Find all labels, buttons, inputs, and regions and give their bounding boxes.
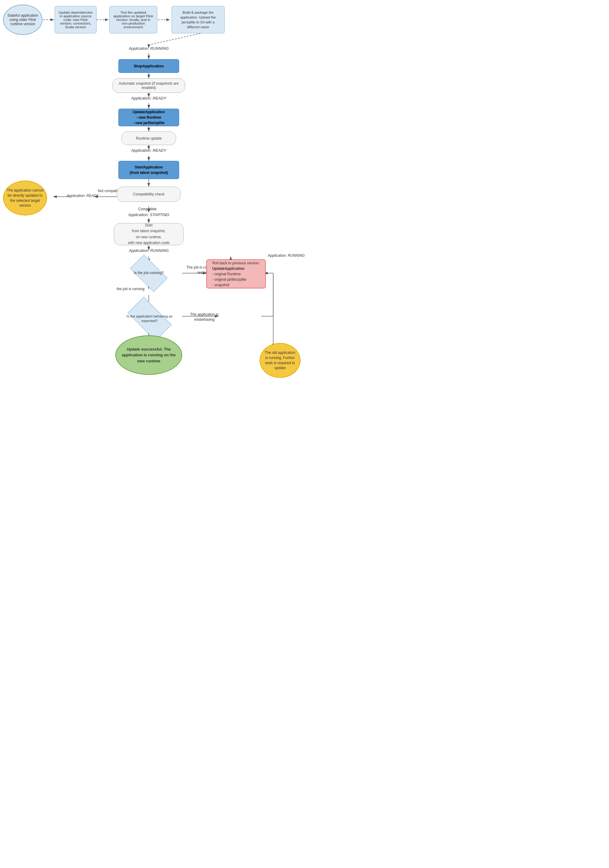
diamond-behaving: Is the application behaving as expected?	[123, 305, 176, 332]
status-ready-2: Application: READY	[115, 148, 182, 153]
box-update-deps: Update dependencies in application sourc…	[54, 6, 96, 33]
status-running-1: Application: RUNNING	[115, 46, 182, 51]
stop-application-box: StopApplication	[118, 59, 179, 73]
status-running-2: Application: RUNNING	[115, 248, 182, 253]
compatibility-check-box: Compatibility check	[117, 187, 181, 202]
update-application-box: UpdateApplication - new Runtime - new ja…	[118, 108, 179, 126]
compatible-label: Compatible	[138, 207, 157, 211]
status-ready-3: Application: READY	[61, 194, 105, 198]
auto-snapshot-box: Automatic snapshot (if snapshots are ena…	[112, 78, 185, 93]
misbehaving-label: The application is misbehaving	[185, 312, 224, 322]
box-build-package: Build & package the application. Upload …	[171, 6, 225, 33]
runtime-update-box: Runtime update	[121, 132, 176, 145]
start-process-box: Start from latest snapshot, on new runti…	[114, 223, 184, 245]
svg-line-5	[149, 33, 204, 45]
status-starting: Application: STARTING	[115, 212, 182, 217]
start-circle: Stateful application using older Flink r…	[3, 5, 42, 35]
not-compatible-circle: The application cannot be directly updat…	[3, 181, 47, 215]
start-application-box: StartApplication (from latest snapshot)	[118, 161, 179, 179]
old-app-circle: The old application is running. Further …	[259, 343, 301, 378]
job-running-label: the job is running	[112, 287, 149, 291]
diagram-container: Stateful application using older Flink r…	[0, 0, 304, 434]
status-running-right: Application: RUNNING	[264, 253, 304, 258]
box-test-app: Test the updated application on target F…	[109, 6, 157, 33]
success-circle: Update successful. The application is ru…	[115, 335, 182, 375]
status-ready-1: Application: READY	[115, 96, 182, 101]
diamond-job-running: Is the job running?	[126, 259, 171, 287]
rollback-box: Roll back to previous version: UpdateApp…	[207, 259, 266, 288]
